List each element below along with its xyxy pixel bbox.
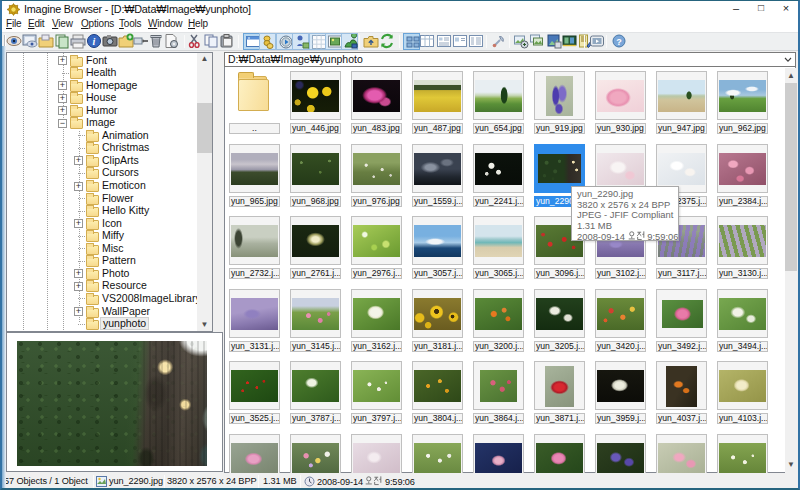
- svg-text:i: i: [93, 36, 96, 47]
- svg-text:?: ?: [616, 37, 622, 47]
